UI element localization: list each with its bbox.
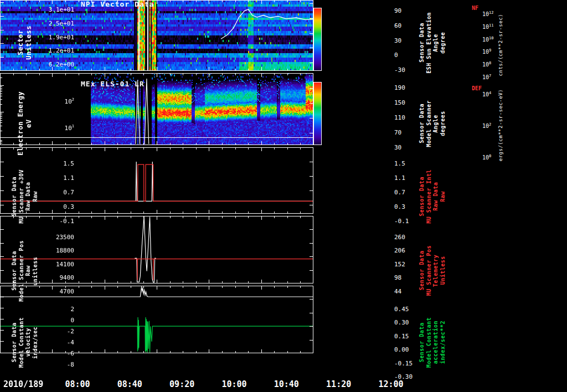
- y-tick-label: 0.3: [43, 203, 74, 210]
- y-tick-label: 14100: [43, 261, 74, 268]
- panel1-left-axis-label: Sector Unitless: [1, 7, 49, 78]
- x-tick-label: 11:20: [319, 379, 359, 389]
- y-tick-label: -6: [43, 350, 74, 357]
- y-tick-label: 1.5: [43, 160, 74, 167]
- y-tick-label: 6.2e+00: [43, 61, 74, 68]
- y-tick-label: 206: [394, 247, 420, 254]
- y-tick-label: 1.1: [394, 174, 420, 182]
- colorbar-name-def: DEF: [472, 85, 482, 91]
- y-tick-label: 0.00: [394, 346, 420, 353]
- panel1-left-axis-label-text: Sector Unitless: [17, 25, 33, 60]
- x-tick-label: 10:00: [214, 379, 254, 389]
- y-tick-label: 0.15: [394, 333, 420, 340]
- y-tick-label: 9400: [43, 274, 74, 281]
- spectrogram-page: NPI Vector Data MEx ELS-01 LR Sector Uni…: [0, 0, 567, 392]
- x-tick-label: 08:40: [110, 379, 150, 389]
- panel1-title: NPI Vector Data: [81, 0, 154, 8]
- y-tick-label: 2.5e+01: [43, 20, 74, 27]
- y-tick-label: 2: [43, 306, 74, 313]
- panel2-left-axis-label: Electron Energy eV: [1, 87, 49, 159]
- panel4-left-axis-label-text: Sensor Data Model Scanner Pos Raw unitle…: [11, 240, 39, 302]
- y-tick-label: 101: [43, 123, 74, 132]
- colorbar-def: [313, 82, 322, 145]
- y-tick-label: 18800: [43, 247, 74, 254]
- y-tick-label: 3.1e+01: [43, 6, 74, 13]
- y-tick-label: 60: [394, 22, 420, 29]
- y-tick-label: -0.15: [394, 360, 420, 367]
- y-tick-label: 0: [43, 317, 74, 324]
- y-tick-label: 152: [394, 261, 420, 268]
- y-tick-label: 4700: [43, 288, 74, 295]
- panel2-left-axis-label-text: Electron Energy eV: [17, 91, 33, 156]
- y-tick-label: 190: [394, 84, 420, 91]
- y-tick-label: 98: [394, 274, 420, 281]
- y-tick-label: 30: [394, 37, 420, 44]
- colorbar-nf: [313, 8, 322, 71]
- panel2-title: MEx ELS-01 LR: [81, 80, 145, 88]
- panel1-right-axis-label-text: Sensor Data ESH Sun Elevation Angle degr…: [419, 12, 446, 74]
- y-tick-label: 30: [394, 144, 420, 151]
- x-tick-label: 08:00: [58, 379, 97, 389]
- y-tick-label: 0.7: [43, 189, 74, 196]
- y-tick-label: 1.9e+01: [43, 34, 74, 41]
- colorbar-name-nf: NF: [472, 5, 478, 11]
- y-tick-label: 150: [394, 99, 420, 106]
- y-tick-label: 1.5: [394, 160, 420, 167]
- panel3-right-axis-label-text: Sensor Data MU Scanner Intl Raw Data Raw: [419, 169, 446, 224]
- panel2-right-axis-label-text: Sensor Data Model Scanner Angle degrees: [419, 100, 446, 147]
- panel5-left-axis-label-text: Sensor Data Model Constant velocity inde…: [11, 317, 39, 368]
- y-tick-label: 0.7: [394, 189, 420, 196]
- x-tick-label: 09:20: [162, 379, 202, 389]
- y-tick-label: 0: [394, 51, 420, 59]
- x-tick-label: 12:00: [371, 379, 411, 389]
- y-tick-label: 70: [394, 129, 420, 136]
- y-tick-label: -0.1: [43, 218, 74, 225]
- colorbar-unit-text: cnts/(cm**2-sr-sec): [498, 14, 504, 76]
- y-tick-label: 110: [394, 114, 420, 121]
- date-label: 2010/189: [3, 379, 43, 389]
- y-tick-label: 0.45: [394, 306, 420, 313]
- panel3-left-axis-label-text: Sensor Data MU Scanner +30V Raw Data Raw: [11, 169, 39, 224]
- y-tick-label: -8: [43, 361, 74, 368]
- y-tick-label: 0.3: [394, 203, 420, 210]
- colorbar-unit-text: ergs/(cm**2-sr-sec-eV): [498, 89, 504, 161]
- y-tick-label: 1.2e+01: [43, 47, 74, 54]
- y-tick-label: -2: [43, 328, 74, 335]
- panel5-right-axis-label-text: Sensor Data Model Constant acceleration …: [419, 317, 446, 368]
- panel4-left-axis-label: Sensor Data Model Scanner Pos Raw unitle…: [1, 237, 49, 305]
- panel3-left-axis-label: Sensor Data MU Scanner +30V Raw Data Raw: [1, 163, 49, 230]
- y-tick-label: 90: [394, 7, 420, 14]
- y-tick-label: 44: [394, 288, 420, 295]
- y-tick-label: -0.1: [394, 218, 420, 225]
- panel5-left-axis-label: Sensor Data Model Constant velocity inde…: [1, 309, 49, 376]
- y-tick-label: 0.30: [394, 319, 420, 326]
- x-tick-label: 10:40: [266, 379, 306, 389]
- panel4-right-axis-label-text: Sensor Data MU Scanner Pos Telemetry Uni…: [419, 245, 446, 296]
- y-tick-label: 102: [43, 96, 74, 105]
- y-tick-label: -4: [43, 339, 74, 346]
- y-tick-label: 260: [394, 234, 420, 241]
- colorbar-unit-label: ergs/(cm**2-sr-sec-eV): [494, 87, 508, 163]
- y-tick-label: -30: [394, 66, 420, 74]
- colorbar-unit-label: cnts/(cm**2-sr-sec): [494, 7, 508, 82]
- y-tick-label: 1.1: [43, 174, 74, 182]
- y-tick-label: 23500: [43, 234, 74, 241]
